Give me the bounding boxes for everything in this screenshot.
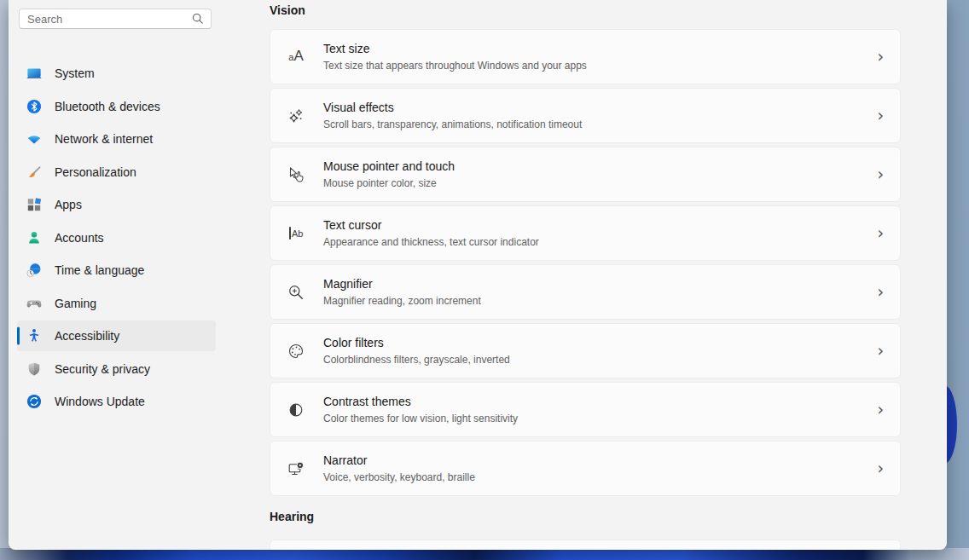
accounts-icon xyxy=(26,230,42,245)
sidebar-item-time-language[interactable]: Time & language xyxy=(17,255,216,286)
sidebar-item-network-internet[interactable]: Network & internet xyxy=(17,124,216,154)
chevron-right-icon: › xyxy=(877,460,888,476)
accessibility-icon xyxy=(26,328,42,344)
network-icon xyxy=(26,131,42,147)
windows-update-icon xyxy=(26,394,42,409)
setting-row-mouse-pointer-touch[interactable]: Mouse pointer and touch Mouse pointer co… xyxy=(270,147,901,202)
sidebar-item-label: Accessibility xyxy=(55,329,119,343)
search-input[interactable] xyxy=(19,9,212,29)
row-subtitle: Magnifier reading, zoom increment xyxy=(323,294,481,308)
setting-row-text-size[interactable]: aA Text size Text size that appears thro… xyxy=(270,29,901,84)
row-title: Magnifier xyxy=(323,276,481,292)
sidebar-item-label: Security & privacy xyxy=(55,362,150,376)
gaming-icon xyxy=(26,296,42,311)
sidebar-item-label: Bluetooth & devices xyxy=(55,100,160,113)
mouse-pointer-touch-icon xyxy=(287,166,305,183)
setting-row-partial[interactable] xyxy=(270,540,901,550)
sidebar-item-personalization[interactable]: Personalization xyxy=(17,157,216,188)
row-title: Narrator xyxy=(323,453,475,469)
sidebar-item-label: Windows Update xyxy=(55,395,145,408)
section-heading-hearing: Hearing xyxy=(270,510,901,524)
row-title: Visual effects xyxy=(323,100,582,116)
section-heading-vision: Vision xyxy=(270,3,901,18)
sidebar-item-label: Time & language xyxy=(55,263,144,277)
sidebar-item-security-privacy[interactable]: Security & privacy xyxy=(17,354,216,384)
sidebar-item-gaming[interactable]: Gaming xyxy=(17,288,216,319)
sidebar-item-accounts[interactable]: Accounts xyxy=(17,222,216,253)
sidebar: System Bluetooth & devices xyxy=(9,0,230,550)
sidebar-item-windows-update[interactable]: Windows Update xyxy=(17,386,216,417)
chevron-right-icon: › xyxy=(877,343,888,359)
row-subtitle: Colorblindness filters, grayscale, inver… xyxy=(323,353,510,367)
chevron-right-icon: › xyxy=(877,225,888,241)
sidebar-item-label: Network & internet xyxy=(55,132,153,146)
setting-row-magnifier[interactable]: Magnifier Magnifier reading, zoom increm… xyxy=(270,264,901,320)
system-icon xyxy=(26,66,42,81)
chevron-right-icon: › xyxy=(877,49,888,65)
settings-window: System Bluetooth & devices xyxy=(9,0,947,550)
chevron-right-icon: › xyxy=(877,166,888,182)
chevron-right-icon: › xyxy=(877,107,888,124)
sidebar-item-bluetooth-devices[interactable]: Bluetooth & devices xyxy=(17,91,216,122)
sidebar-item-apps[interactable]: Apps xyxy=(17,189,216,220)
sidebar-item-label: System xyxy=(55,66,95,80)
time-language-icon xyxy=(26,263,42,278)
setting-row-narrator[interactable]: Narrator Voice, verbosity, keyboard, bra… xyxy=(270,441,901,496)
row-subtitle: Voice, verbosity, keyboard, braille xyxy=(323,471,475,484)
setting-row-color-filters[interactable]: Color filters Colorblindness filters, gr… xyxy=(270,323,901,378)
row-subtitle: Scroll bars, transparency, animations, n… xyxy=(323,118,582,131)
sidebar-nav: System Bluetooth & devices xyxy=(9,58,230,417)
sidebar-item-label: Apps xyxy=(55,198,82,211)
row-subtitle: Mouse pointer color, size xyxy=(323,176,455,190)
accessibility-settings-page: Vision aA Text size Text size that appea… xyxy=(230,0,947,550)
sidebar-item-label: Gaming xyxy=(55,297,96,310)
sidebar-item-system[interactable]: System xyxy=(17,58,216,89)
narrator-icon xyxy=(287,460,305,477)
chevron-right-icon: › xyxy=(877,284,888,300)
row-title: Color filters xyxy=(323,335,510,351)
visual-effects-icon xyxy=(287,107,305,124)
row-title: Mouse pointer and touch xyxy=(323,159,455,175)
row-subtitle: Color themes for low vision, light sensi… xyxy=(323,412,518,425)
row-title: Text cursor xyxy=(323,217,539,234)
color-filters-icon xyxy=(287,343,305,360)
chevron-right-icon: › xyxy=(877,401,888,418)
row-subtitle: Text size that appears throughout Window… xyxy=(323,59,587,72)
text-cursor-icon: Ab xyxy=(287,225,305,242)
setting-row-contrast-themes[interactable]: Contrast themes Color themes for low vis… xyxy=(270,382,901,437)
setting-row-visual-effects[interactable]: Visual effects Scroll bars, transparency… xyxy=(270,88,901,143)
security-shield-icon xyxy=(26,361,42,377)
sidebar-item-accessibility[interactable]: Accessibility xyxy=(17,320,216,351)
row-title: Text size xyxy=(323,41,587,57)
wallpaper-bottom-strip xyxy=(0,548,969,560)
row-subtitle: Appearance and thickness, text cursor in… xyxy=(323,235,539,249)
text-size-icon: aA xyxy=(287,49,305,66)
contrast-themes-icon xyxy=(287,401,305,419)
sidebar-item-label: Personalization xyxy=(55,165,136,179)
apps-icon xyxy=(26,197,42,212)
search-icon xyxy=(191,12,205,26)
search-box xyxy=(19,9,212,29)
sidebar-item-label: Accounts xyxy=(55,231,104,245)
bluetooth-icon xyxy=(26,99,42,114)
row-title: Contrast themes xyxy=(323,394,518,410)
setting-row-text-cursor[interactable]: Ab Text cursor Appearance and thickness,… xyxy=(270,205,901,261)
magnifier-icon xyxy=(287,284,305,301)
personalization-icon xyxy=(26,165,42,180)
